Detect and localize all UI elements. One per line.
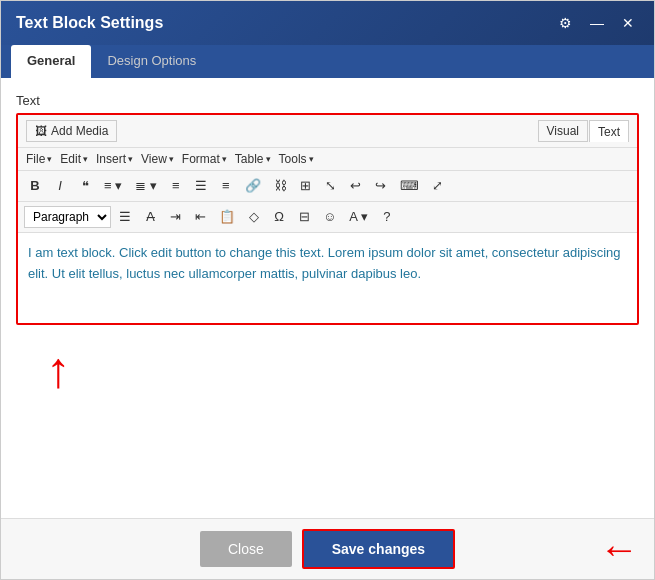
table-chevron: ▾ (266, 154, 271, 164)
table-button[interactable]: ⊞ (295, 174, 317, 198)
editor-topbar: 🖼 Add Media Visual Text (18, 115, 637, 148)
redo-button[interactable]: ↪ (370, 174, 392, 198)
up-arrow-icon: ↑ (46, 345, 71, 395)
expand-button[interactable]: ⤢ (427, 174, 449, 198)
special-char-button[interactable]: Ω (268, 205, 290, 229)
media-icon: 🖼 (35, 124, 47, 138)
modal-title: Text Block Settings (16, 14, 163, 32)
right-arrow-icon: ← (599, 527, 639, 572)
align-right-button[interactable]: ≡ (215, 174, 237, 198)
editor-toolbar-2: Paragraph ☰ A̶ ⇥ ⇤ 📋 ◇ Ω ⊟ ☺ A ▾ ? (18, 202, 637, 233)
modal-body: Text 🖼 Add Media Visual Text File ▾ Edit… (1, 78, 654, 518)
bold-button[interactable]: B (24, 174, 46, 198)
outdent-button[interactable]: ⇤ (189, 205, 211, 229)
blockquote-button[interactable]: ❝ (74, 174, 96, 198)
tools-chevron: ▾ (309, 154, 314, 164)
menu-table[interactable]: Table ▾ (233, 151, 273, 167)
text-field-label: Text (16, 93, 639, 108)
modal-container: Text Block Settings ⚙ — ✕ General Design… (0, 0, 655, 580)
indent-button[interactable]: ⇥ (164, 205, 186, 229)
menu-edit[interactable]: Edit ▾ (58, 151, 90, 167)
unlink-button[interactable]: ⛓ (269, 174, 292, 198)
keyboard-button[interactable]: ⌨ (395, 174, 424, 198)
tab-general[interactable]: General (11, 45, 91, 78)
paste-button[interactable]: 📋 (214, 205, 240, 229)
format-chevron: ▾ (222, 154, 227, 164)
list-style-button[interactable]: ☰ (114, 205, 136, 229)
menu-view[interactable]: View ▾ (139, 151, 176, 167)
close-button[interactable]: ✕ (617, 14, 639, 32)
modal-controls: ⚙ — ✕ (554, 14, 639, 32)
fullscreen-button[interactable]: ⤡ (320, 174, 342, 198)
paragraph-select[interactable]: Paragraph (24, 206, 111, 228)
minimize-button[interactable]: — (585, 14, 609, 32)
text-view-button[interactable]: Text (589, 120, 629, 142)
view-chevron: ▾ (169, 154, 174, 164)
add-media-label: Add Media (51, 124, 108, 138)
editor-wrapper: 🖼 Add Media Visual Text File ▾ Edit ▾ In… (16, 113, 639, 325)
help-button[interactable]: ? (376, 205, 398, 229)
emoji-button[interactable]: ☺ (318, 205, 341, 229)
menu-format[interactable]: Format ▾ (180, 151, 229, 167)
editor-content[interactable]: I am text block. Click edit button to ch… (18, 233, 637, 323)
align-center-button[interactable]: ☰ (190, 174, 212, 198)
undo-button[interactable]: ↩ (345, 174, 367, 198)
tab-design-options[interactable]: Design Options (91, 45, 212, 78)
clear-button[interactable]: ◇ (243, 205, 265, 229)
modal-tabs: General Design Options (1, 45, 654, 78)
arrow-annotation-area: ↑ (16, 330, 639, 410)
editor-view-buttons: Visual Text (538, 120, 629, 142)
modal-header: Text Block Settings ⚙ — ✕ (1, 1, 654, 45)
editor-text: I am text block. Click edit button to ch… (28, 245, 621, 281)
editor-toolbar-1: B I ❝ ≡ ▾ ≣ ▾ ≡ ☰ ≡ 🔗 ⛓ ⊞ ⤡ ↩ ↪ ⌨ ⤢ (18, 171, 637, 202)
save-changes-button[interactable]: Save changes (302, 529, 455, 569)
font-color-button[interactable]: A ▾ (344, 205, 373, 229)
editor-menubar: File ▾ Edit ▾ Insert ▾ View ▾ Format ▾ T… (18, 148, 637, 171)
horizontal-rule-button[interactable]: ⊟ (293, 205, 315, 229)
strikethrough-button[interactable]: A̶ (139, 205, 161, 229)
align-left-button[interactable]: ≡ (165, 174, 187, 198)
add-media-button[interactable]: 🖼 Add Media (26, 120, 117, 142)
menu-tools[interactable]: Tools ▾ (277, 151, 316, 167)
menu-insert[interactable]: Insert ▾ (94, 151, 135, 167)
menu-file[interactable]: File ▾ (24, 151, 54, 167)
file-chevron: ▾ (47, 154, 52, 164)
insert-chevron: ▾ (128, 154, 133, 164)
edit-chevron: ▾ (83, 154, 88, 164)
link-button[interactable]: 🔗 (240, 174, 266, 198)
settings-button[interactable]: ⚙ (554, 14, 577, 32)
unordered-list-button[interactable]: ≡ ▾ (99, 174, 127, 198)
italic-button[interactable]: I (49, 174, 71, 198)
ordered-list-button[interactable]: ≣ ▾ (130, 174, 162, 198)
close-button[interactable]: Close (200, 531, 292, 567)
visual-view-button[interactable]: Visual (538, 120, 588, 142)
modal-footer: Close Save changes ← (1, 518, 654, 579)
